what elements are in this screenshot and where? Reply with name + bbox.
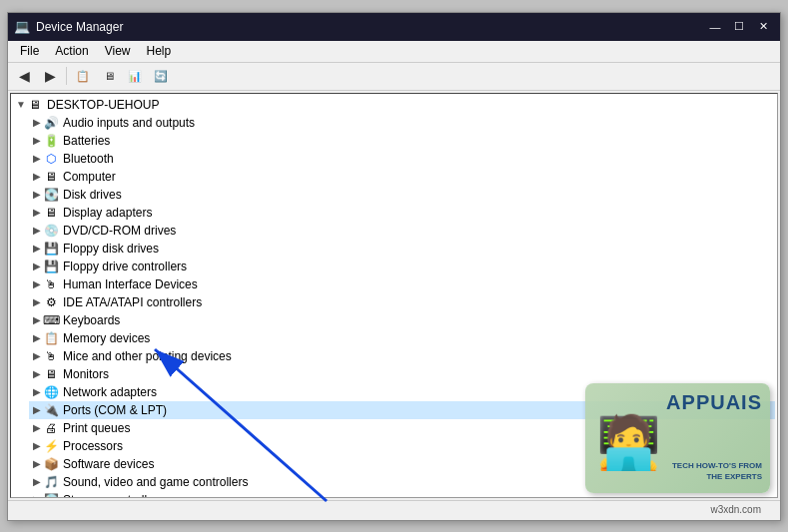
ports-icon: 🔌 — [43, 402, 59, 418]
item-label: Floppy drive controllers — [63, 260, 187, 273]
scan-button[interactable]: 🔄 — [149, 65, 173, 87]
list-item[interactable]: ▶ 🌐 Network adapters — [29, 383, 775, 401]
expand-icon[interactable]: ▶ — [31, 458, 43, 469]
menu-action[interactable]: Action — [47, 42, 96, 60]
list-item[interactable]: ▶ 💽 Storage controllers — [29, 491, 775, 498]
title-bar-controls: — ☐ ✕ — [704, 18, 774, 36]
item-label: Monitors — [63, 367, 109, 381]
processor-icon: ⚡ — [43, 438, 59, 454]
list-item[interactable]: ▶ 🖨 Print queues — [29, 419, 775, 437]
expand-icon[interactable]: ▶ — [31, 422, 43, 433]
list-item[interactable]: ▶ 🖥 Display adapters — [29, 204, 775, 222]
expand-icon[interactable]: ▶ — [31, 350, 43, 361]
tree-root[interactable]: ▼ 🖥 DESKTOP-UEHOUP — [13, 96, 775, 114]
computer-button[interactable]: 🖥 — [97, 65, 121, 87]
back-button[interactable]: ◀ — [12, 65, 36, 87]
expand-icon[interactable]: ▶ — [31, 261, 43, 271]
menu-help[interactable]: Help — [139, 42, 180, 60]
list-item[interactable]: ▶ 💿 DVD/CD-ROM drives — [29, 222, 775, 240]
forward-button[interactable]: ▶ — [38, 65, 62, 87]
dvd-icon: 💿 — [43, 223, 59, 239]
item-label: Network adapters — [63, 385, 157, 399]
menu-file[interactable]: File — [12, 42, 47, 60]
expand-icon[interactable]: ▶ — [31, 368, 43, 379]
root-expand-icon[interactable]: ▼ — [15, 99, 27, 110]
expand-icon[interactable]: ▶ — [31, 207, 43, 218]
list-item[interactable]: ▶ 💾 Floppy drive controllers — [29, 258, 775, 275]
software-icon: 📦 — [43, 456, 59, 472]
list-item[interactable]: ▶ ⬡ Bluetooth — [29, 150, 775, 168]
device-manager-window: 💻 Device Manager — ☐ ✕ File Action View … — [7, 12, 781, 521]
list-item[interactable]: ▶ 💽 Disk drives — [29, 186, 775, 204]
mice-icon: 🖱 — [43, 348, 59, 364]
status-bar — [8, 500, 780, 520]
computer-icon: 🖥 — [43, 169, 59, 185]
memory-icon: 📋 — [43, 330, 59, 346]
show-button[interactable]: 📊 — [123, 65, 147, 87]
title-bar-left: 💻 Device Manager — [14, 19, 123, 34]
expand-icon[interactable]: ▶ — [31, 278, 43, 289]
list-item[interactable]: ▶ 🖥 Monitors — [29, 365, 775, 383]
sound-icon: 🎵 — [43, 474, 59, 490]
expand-icon[interactable]: ▶ — [31, 404, 43, 415]
expand-icon[interactable]: ▶ — [31, 296, 43, 307]
list-item[interactable]: ▶ 📋 Memory devices — [29, 329, 775, 347]
content-area: ▼ 🖥 DESKTOP-UEHOUP ▶ 🔊 Audio inputs and … — [8, 91, 780, 500]
list-item[interactable]: ▶ 🔌 Ports (COM & LPT) — [29, 401, 775, 419]
menu-view[interactable]: View — [97, 42, 139, 60]
print-icon: 🖨 — [43, 420, 59, 436]
expand-icon[interactable]: ▶ — [31, 189, 43, 200]
list-item[interactable]: ▶ 🔊 Audio inputs and outputs — [29, 114, 775, 132]
battery-icon: 🔋 — [43, 133, 59, 149]
expand-icon[interactable]: ▶ — [31, 243, 43, 254]
minimize-button[interactable]: — — [704, 18, 726, 36]
list-item[interactable]: ▶ 💾 Floppy disk drives — [29, 240, 775, 258]
expand-icon[interactable]: ▶ — [31, 135, 43, 146]
floppy-icon: 💾 — [43, 241, 59, 257]
window-title: Device Manager — [36, 20, 123, 34]
list-item[interactable]: ▶ ⚡ Processors — [29, 437, 775, 455]
expand-icon[interactable]: ▶ — [31, 494, 43, 498]
root-label: DESKTOP-UEHOUP — [47, 98, 159, 112]
item-label: Display adapters — [63, 206, 152, 220]
monitors-icon: 🖥 — [43, 366, 59, 382]
expand-icon[interactable]: ▶ — [31, 386, 43, 397]
item-label: Sound, video and game controllers — [63, 475, 248, 489]
storage-icon: 💽 — [43, 492, 59, 498]
root-computer-icon: 🖥 — [27, 97, 43, 113]
item-label: DVD/CD-ROM drives — [63, 224, 176, 238]
audio-icon: 🔊 — [43, 115, 59, 131]
expand-icon[interactable]: ▶ — [31, 153, 43, 164]
item-label: IDE ATA/ATAPI controllers — [63, 295, 202, 309]
list-item[interactable]: ▶ 🎵 Sound, video and game controllers — [29, 473, 775, 491]
maximize-button[interactable]: ☐ — [728, 18, 750, 36]
list-item[interactable]: ▶ 🖱 Human Interface Devices — [29, 275, 775, 293]
expand-icon[interactable]: ▶ — [31, 440, 43, 451]
item-label: Human Interface Devices — [63, 277, 198, 291]
expand-icon[interactable]: ▶ — [31, 476, 43, 487]
device-tree[interactable]: ▼ 🖥 DESKTOP-UEHOUP ▶ 🔊 Audio inputs and … — [10, 93, 778, 498]
list-item[interactable]: ▶ 🔋 Batteries — [29, 132, 775, 150]
keyboard-icon: ⌨ — [43, 312, 59, 328]
expand-icon[interactable]: ▶ — [31, 332, 43, 343]
list-item[interactable]: ▶ 🖥 Computer — [29, 168, 775, 186]
item-label: Processors — [63, 439, 123, 453]
toolbar-separator-1 — [66, 67, 67, 85]
item-label: Memory devices — [63, 331, 150, 345]
list-item[interactable]: ▶ 🖱 Mice and other pointing devices — [29, 347, 775, 365]
expand-icon[interactable]: ▶ — [31, 314, 43, 325]
list-item[interactable]: ▶ 📦 Software devices — [29, 455, 775, 473]
ide-icon: ⚙ — [43, 294, 59, 310]
list-item[interactable]: ▶ ⚙ IDE ATA/ATAPI controllers — [29, 293, 775, 311]
item-label: Keyboards — [63, 313, 120, 327]
menu-bar: File Action View Help — [8, 41, 780, 63]
close-button[interactable]: ✕ — [752, 18, 774, 36]
window-icon: 💻 — [14, 19, 30, 34]
item-label: Software devices — [63, 457, 154, 471]
expand-icon[interactable]: ▶ — [31, 225, 43, 236]
expand-icon[interactable]: ▶ — [31, 171, 43, 182]
properties-button[interactable]: 📋 — [71, 65, 95, 87]
list-item[interactable]: ▶ ⌨ Keyboards — [29, 311, 775, 329]
title-bar: 💻 Device Manager — ☐ ✕ — [8, 13, 780, 41]
expand-icon[interactable]: ▶ — [31, 117, 43, 128]
